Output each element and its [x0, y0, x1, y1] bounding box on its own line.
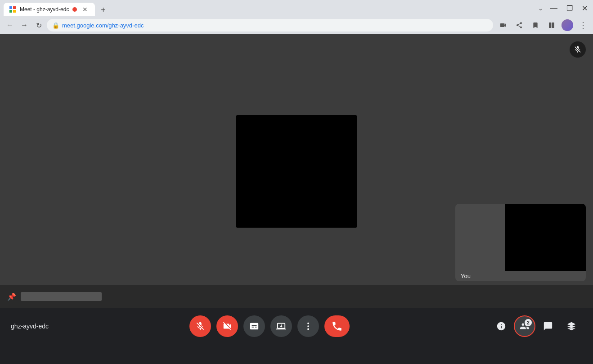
info-button[interactable]	[490, 315, 512, 337]
back-button[interactable]: ←	[4, 19, 16, 31]
window-controls: ⌄ — ❐ ✕	[538, 2, 589, 14]
url-base: meet.google.com/	[62, 22, 108, 29]
participants-button[interactable]: 2	[514, 315, 535, 337]
self-video-feed	[505, 204, 586, 271]
activities-button[interactable]	[561, 315, 582, 337]
chat-button[interactable]	[537, 315, 559, 337]
mute-mic-button[interactable]	[189, 315, 211, 337]
toolbar-right: ⋮	[497, 19, 589, 31]
svg-point-7	[307, 325, 309, 327]
browser-frame: Meet - ghz-ayvd-edc ✕ + ⌄ — ❐ ✕ ← → ↻ 🔒 …	[0, 0, 593, 34]
self-view-video-area	[455, 204, 586, 271]
mute-camera-button[interactable]	[216, 315, 238, 337]
end-call-button[interactable]	[324, 315, 350, 337]
more-options-button[interactable]	[297, 315, 319, 337]
profile-avatar[interactable]	[562, 19, 573, 31]
record-dot	[72, 7, 77, 12]
bookmark-button[interactable]	[529, 19, 542, 31]
svg-rect-3	[13, 10, 16, 13]
svg-rect-2	[9, 10, 12, 13]
control-bar: ghz-ayvd-edc	[0, 308, 593, 344]
reader-mode-button[interactable]	[545, 19, 558, 31]
chrome-menu-button[interactable]: ⋮	[577, 19, 589, 31]
self-view-label: You	[455, 271, 586, 281]
forward-button[interactable]: →	[18, 19, 31, 31]
svg-rect-4	[549, 22, 551, 28]
name-bar: 📌	[0, 285, 593, 308]
active-tab[interactable]: Meet - ghz-ayvd-edc ✕	[4, 3, 95, 16]
new-tab-button[interactable]: +	[97, 4, 109, 16]
url-bar[interactable]: 🔒 meet.google.com/ghz-ayvd-edc	[47, 19, 493, 31]
svg-point-6	[307, 323, 309, 324]
meeting-code-display: ghz-ayvd-edc	[11, 323, 49, 330]
svg-rect-0	[9, 6, 12, 9]
tab-title: Meet - ghz-ayvd-edc	[20, 6, 69, 13]
meet-content: 📌 You ghz-ayvd-edc	[0, 34, 593, 344]
right-controls: 2	[490, 315, 582, 337]
address-bar: ← → ↻ 🔒 meet.google.com/ghz-ayvd-edc	[0, 16, 593, 34]
url-text: meet.google.com/ghz-ayvd-edc	[62, 22, 144, 29]
chevron-icon[interactable]: ⌄	[538, 5, 543, 12]
captions-button[interactable]	[243, 315, 265, 337]
svg-rect-5	[552, 22, 554, 28]
tab-favicon	[9, 6, 16, 13]
svg-rect-1	[13, 6, 16, 9]
camera-toolbar-button[interactable]	[497, 19, 509, 31]
participant-name-redacted	[21, 292, 102, 301]
self-view-panel: You	[455, 204, 586, 281]
share-button[interactable]	[513, 19, 526, 31]
reload-button[interactable]: ↻	[32, 19, 45, 31]
title-bar: Meet - ghz-ayvd-edc ✕ + ⌄ — ❐ ✕	[0, 0, 593, 16]
url-path: ghz-ayvd-edc	[108, 22, 144, 29]
pin-icon: 📌	[7, 292, 16, 301]
present-button[interactable]	[270, 315, 292, 337]
center-controls	[189, 315, 350, 337]
mute-indicator-icon	[570, 41, 586, 58]
close-button[interactable]: ✕	[580, 2, 589, 14]
minimize-button[interactable]: —	[548, 2, 559, 14]
tab-close-button[interactable]: ✕	[81, 5, 90, 13]
participants-badge: 2	[525, 319, 532, 326]
main-video-feed	[236, 115, 357, 228]
main-video-area: 📌 You	[0, 34, 593, 308]
maximize-button[interactable]: ❐	[565, 2, 575, 14]
tab-bar: Meet - ghz-ayvd-edc ✕ +	[4, 0, 109, 16]
svg-point-8	[307, 328, 309, 330]
lock-icon: 🔒	[52, 22, 59, 29]
